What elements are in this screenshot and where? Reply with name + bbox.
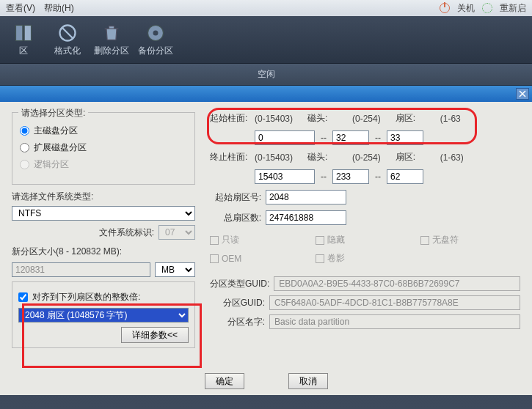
partition-icon — [13, 23, 34, 43]
total-sectors-input[interactable] — [266, 210, 346, 225]
restart-icon — [482, 3, 492, 13]
start-cyl-input[interactable] — [255, 130, 315, 145]
start-chs-values: -- -- — [210, 130, 520, 145]
status-area: 关机 重新启 — [440, 2, 526, 15]
status-restart[interactable]: 重新启 — [500, 2, 526, 15]
partition-type-group: 请选择分区类型: 主磁盘分区 扩展磁盘分区 逻辑分区 — [12, 112, 195, 185]
end-sector-input[interactable] — [387, 169, 423, 184]
left-column: 请选择分区类型: 主磁盘分区 扩展磁盘分区 逻辑分区 请选择文件系统类型: NT… — [12, 112, 195, 388]
chk-oem: OEM — [210, 252, 310, 265]
svg-rect-1 — [24, 25, 31, 40]
fs-label: 请选择文件系统类型: — [12, 191, 195, 203]
chk-hidden: 隐藏 — [316, 234, 415, 246]
end-head-input[interactable] — [332, 169, 369, 184]
type-guid-value: EBD0A0A2-B9E5-4433-87C0-68B6B72699C7 — [274, 276, 520, 291]
align-select[interactable]: 2048 扇区 (1048576 字节) — [18, 308, 189, 323]
dialog-body: 请选择分区类型: 主磁盘分区 扩展磁盘分区 逻辑分区 请选择文件系统类型: NT… — [0, 102, 532, 395]
start-chs-row: 起始柱面: (0-15403) 磁头: (0-254) 扇区: (1-63 — [210, 112, 520, 125]
align-group: 对齐到下列扇区数的整数倍: 2048 扇区 (1048576 字节) 详细参数<… — [12, 281, 195, 348]
align-checkbox-row[interactable]: 对齐到下列扇区数的整数倍: — [18, 291, 189, 303]
radio-primary[interactable]: 主磁盘分区 — [20, 125, 187, 137]
part-guid-row: 分区GUID: C5F648A0-5ADF-4DCD-81C1-B8B77577… — [210, 295, 520, 310]
dialog-footer: 确定 取消 — [0, 373, 532, 389]
cancel-button[interactable]: 取消 — [288, 373, 328, 389]
start-sector-input[interactable] — [387, 130, 423, 145]
end-cyl-input[interactable] — [255, 169, 315, 184]
end-chs-values: -- -- — [210, 169, 520, 184]
start-sector-no-row: 起始扇区号: — [210, 190, 520, 204]
radio-logical-input — [20, 160, 29, 169]
disk-map: 空闲 — [0, 64, 532, 86]
toolbar-delete[interactable]: 删除分区 — [92, 23, 131, 57]
close-button[interactable] — [516, 88, 529, 100]
svg-point-5 — [153, 30, 158, 35]
chk-shadow: 卷影 — [316, 252, 415, 265]
radio-logical: 逻辑分区 — [20, 158, 187, 171]
svg-rect-0 — [16, 25, 23, 40]
type-guid-row: 分区类型GUID: EBD0A0A2-B9E5-4433-87C0-68B6B7… — [210, 276, 520, 291]
part-name-value: Basic data partition — [269, 314, 520, 329]
radio-primary-input[interactable] — [20, 126, 29, 136]
close-icon — [519, 90, 526, 97]
dialog-titlebar — [0, 86, 532, 102]
start-sector-no-input[interactable] — [266, 190, 346, 204]
right-column: 起始柱面: (0-15403) 磁头: (0-254) 扇区: (1-63 --… — [210, 112, 520, 388]
toolbar-backup[interactable]: 备份分区 — [136, 23, 175, 57]
trash-icon — [101, 23, 122, 43]
size-unit-select[interactable]: MB — [155, 262, 195, 277]
radio-extended-input[interactable] — [20, 143, 29, 152]
radio-extended[interactable]: 扩展磁盘分区 — [20, 141, 187, 154]
chk-readonly: 只读 — [210, 234, 310, 246]
end-chs-row: 终止柱面: (0-15403) 磁头: (0-254) 扇区: (1-63) — [210, 151, 520, 163]
status-shutdown[interactable]: 关机 — [457, 2, 475, 15]
part-name-row: 分区名字: Basic data partition — [210, 314, 520, 329]
power-icon — [440, 3, 450, 13]
ok-button[interactable]: 确定 — [205, 373, 244, 389]
attr-checkboxes: 只读 隐藏 无盘符 OEM 卷影 — [210, 234, 520, 265]
menu-bar: 查看(V) 帮助(H) 关机 重新启 — [0, 0, 532, 16]
toolbar-format[interactable]: 格式化 — [48, 23, 87, 57]
size-input — [12, 262, 150, 277]
start-head-input[interactable] — [332, 130, 369, 145]
partition-type-label: 请选择分区类型: — [18, 107, 88, 119]
svg-line-3 — [62, 28, 73, 38]
part-guid-value: C5F648A0-5ADF-4DCD-81C1-B8B775778A8E — [269, 295, 520, 310]
size-label: 新分区大小(8 - 120832 MB): — [12, 246, 195, 258]
align-checkbox[interactable] — [18, 292, 28, 302]
fsid-select: 07 — [158, 225, 195, 240]
menu-view[interactable]: 查看(V) — [6, 2, 35, 15]
fsid-label: 文件系统标识: — [99, 226, 154, 239]
toolbar: 区 格式化 删除分区 备份分区 — [0, 16, 532, 64]
detail-params-button[interactable]: 详细参数<< — [121, 327, 189, 343]
fs-select[interactable]: NTFS — [12, 206, 195, 221]
disk-map-label: 空闲 — [258, 68, 275, 81]
forbid-icon — [57, 23, 78, 43]
menu-help[interactable]: 帮助(H) — [44, 2, 74, 15]
disc-icon — [145, 23, 166, 43]
chk-noletter: 无盘符 — [420, 234, 520, 246]
toolbar-partition[interactable]: 区 — [4, 23, 43, 57]
total-sectors-row: 总扇区数: — [210, 210, 520, 225]
